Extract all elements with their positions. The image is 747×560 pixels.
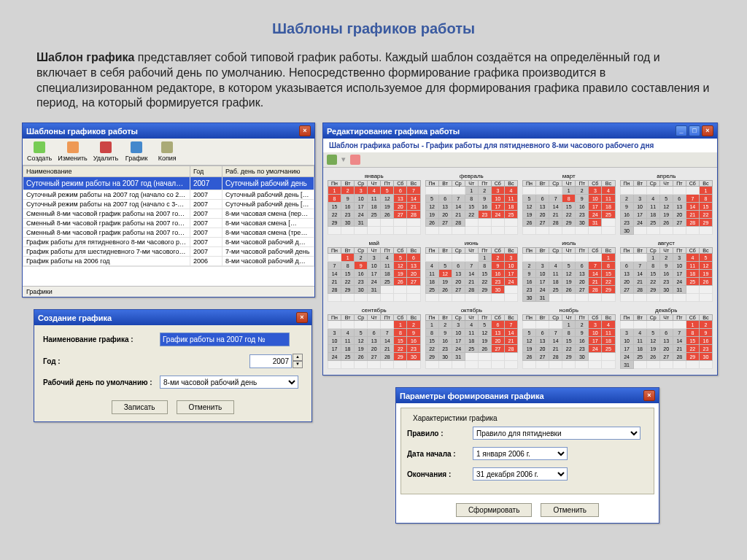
col-header[interactable]: Раб. день по умолчанию xyxy=(222,166,314,177)
col-header[interactable]: Наименование xyxy=(23,166,190,177)
close-icon[interactable]: × xyxy=(643,390,655,401)
save-icon[interactable] xyxy=(327,155,337,165)
table-row[interactable]: Суточный режим работы на 2007 год (начал… xyxy=(23,200,314,209)
table-row[interactable]: График работы на 2006 год20068-ми часово… xyxy=(23,257,314,266)
params-window: Параметры формирования графика × Характе… xyxy=(395,387,659,524)
table-row[interactable]: Сменный 8-ми часовой график работы на 20… xyxy=(23,219,314,228)
start-date-select[interactable]: 1 января 2006 г. xyxy=(473,447,568,460)
table-row[interactable]: Сменный 8-ми часовой график работы на 20… xyxy=(23,209,314,219)
close-icon[interactable]: × xyxy=(702,125,713,136)
month-9: сентябрьПнВтСрЧтПтСбВс123456789101112131… xyxy=(328,306,421,369)
cancel-button[interactable]: Отменить xyxy=(177,400,235,414)
save-button[interactable]: Записать xyxy=(112,400,168,414)
maximize-icon[interactable]: □ xyxy=(689,125,700,136)
month-5: майПнВтСрЧтПтСбВс12345678910111213141516… xyxy=(328,239,421,302)
window-title: Создание графика xyxy=(38,314,112,322)
window-title: Шаблоны графиков работы xyxy=(26,127,138,136)
toolbar-график[interactable]: График xyxy=(124,141,149,162)
name-label: Наименование графика : xyxy=(43,335,160,343)
table-row[interactable]: Суточный режим работы на 2007 год (начал… xyxy=(23,177,314,190)
tool-icon[interactable] xyxy=(350,155,360,165)
separator: ▾ xyxy=(341,155,346,165)
editor-window: Редактирование графика работы _□× Шаблон… xyxy=(322,122,718,376)
month-2: февральПнВтСрЧтПтСбВс1234567891011121314… xyxy=(425,172,519,235)
end-date-select[interactable]: 31 декабря 2006 г. xyxy=(473,467,568,481)
month-7: июльПнВтСрЧтПтСбВс1234567891011121314151… xyxy=(522,239,616,302)
generate-button[interactable]: Сформировать xyxy=(456,503,533,517)
window-title: Параметры формирования графика xyxy=(400,392,544,400)
toolbar-удалить[interactable]: Удалить xyxy=(93,141,118,162)
toolbar-создать[interactable]: Создать xyxy=(27,141,52,162)
cancel-button[interactable]: Отменить xyxy=(541,503,599,517)
month-10: октябрьПнВтСрЧтПтСбВс1234567891011121314… xyxy=(425,306,519,369)
col-header[interactable]: Год xyxy=(190,166,222,177)
start-label: Дата начала : xyxy=(407,450,473,458)
month-11: ноябрьПнВтСрЧтПтСбВс12345678910111213141… xyxy=(522,306,616,369)
close-icon[interactable]: × xyxy=(299,125,311,136)
table-row[interactable]: Сменный 8-ми часовой график работы на 20… xyxy=(23,228,314,238)
templates-window: Шаблоны графиков работы × СоздатьИзменит… xyxy=(22,122,315,298)
status-bar: Графики xyxy=(23,286,314,297)
table-row[interactable]: Суточный режим работы на 2007 год (начал… xyxy=(23,190,314,200)
toolbar-копия[interactable]: Копия xyxy=(155,141,179,162)
default-day-label: Рабочий день по умолчанию : xyxy=(43,378,160,386)
rule-label: Правило : xyxy=(407,429,473,438)
year-input[interactable] xyxy=(249,354,292,368)
intro-text: Шаблон графика представляет собой типово… xyxy=(0,43,747,122)
minimize-icon[interactable]: _ xyxy=(676,125,687,136)
spin-down-icon[interactable]: ▼ xyxy=(293,361,303,368)
default-day-select[interactable]: 8-ми часовой рабочий день xyxy=(160,376,298,389)
spin-up-icon[interactable]: ▲ xyxy=(293,354,303,361)
table-row[interactable]: График работы для пятидневного 8-ми часо… xyxy=(23,238,314,247)
rule-select[interactable]: Правило для пятидневки xyxy=(473,427,640,440)
window-title: Редактирование графика работы xyxy=(327,127,460,136)
table-row[interactable]: График работы для шестидневного 7-ми час… xyxy=(23,247,314,257)
create-window: Создание графика × Наименование графика … xyxy=(34,309,312,422)
year-label: Год : xyxy=(43,357,160,365)
month-8: августПнВтСрЧтПтСбВс12345678910111213141… xyxy=(620,239,713,302)
month-1: январьПнВтСрЧтПтСбВс12345678910111213141… xyxy=(328,172,421,235)
end-label: Окончания : xyxy=(407,470,473,478)
templates-table[interactable]: НаименованиеГодРаб. день по умолчанию Су… xyxy=(23,166,314,266)
group-title: Характеристики графика xyxy=(410,414,500,422)
toolbar-изменить[interactable]: Изменить xyxy=(58,141,88,162)
month-3: мартПнВтСрЧтПтСбВс1234567891011121314151… xyxy=(522,172,616,235)
page-title: Шаблоны графиков работы xyxy=(0,0,747,43)
editor-subtitle: Шаблон графика работы - График работы дл… xyxy=(323,139,717,152)
month-4: апрельПнВтСрЧтПтСбВс12345678910111213141… xyxy=(620,172,713,235)
month-6: июньПнВтСрЧтПтСбВс1234567891011121314151… xyxy=(425,239,519,302)
close-icon[interactable]: × xyxy=(296,312,308,323)
name-input[interactable] xyxy=(160,332,290,346)
month-12: декабрьПнВтСрЧтПтСбВс1234567891011121314… xyxy=(620,306,713,369)
